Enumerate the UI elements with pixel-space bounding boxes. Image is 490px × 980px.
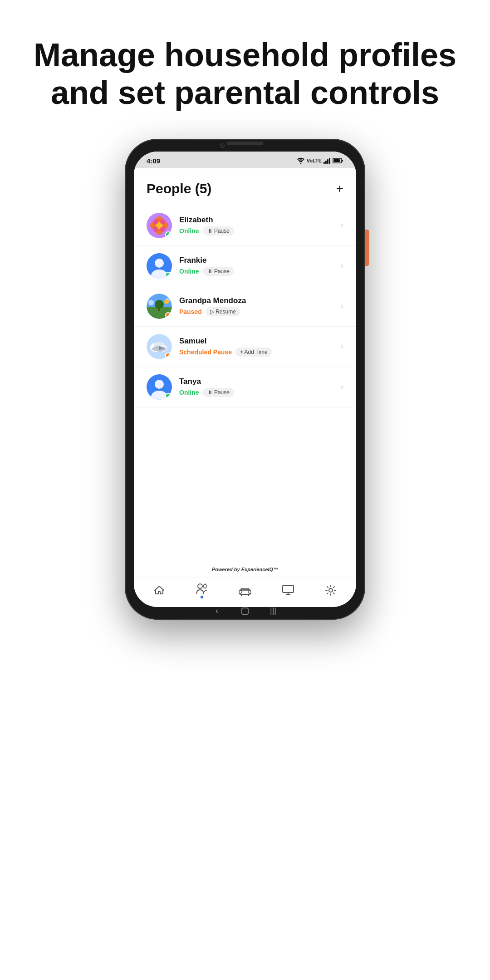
add-person-button[interactable]: +: [336, 181, 343, 196]
powered-by-prefix: Powered by: [212, 567, 241, 572]
status-dot: [165, 231, 171, 237]
home-gesture-button[interactable]: [240, 606, 250, 616]
home-icon: [153, 584, 165, 596]
person-info-tanya: Tanya Online ⏸ Pause: [179, 377, 337, 397]
svg-point-26: [155, 300, 164, 309]
screen-content: People (5) +: [134, 168, 356, 605]
status-dot: [165, 393, 171, 399]
svg-point-39: [203, 584, 207, 588]
list-item[interactable]: Frankie Online ⏸ Pause ›: [134, 246, 356, 286]
headline-line2: and set parental controls: [51, 74, 439, 111]
list-item[interactable]: Samuel Scheduled Pause + Add Time ›: [134, 327, 356, 367]
person-status-row: Online ⏸ Pause: [179, 226, 337, 235]
person-status-row: Scheduled Pause + Add Time: [179, 348, 337, 357]
avatar-samuel: [147, 334, 172, 359]
add-time-button[interactable]: + Add Time: [235, 348, 272, 357]
headline-line1: Manage household profiles: [34, 37, 456, 73]
svg-rect-7: [333, 159, 340, 162]
page-header: People (5) +: [134, 168, 356, 206]
list-item[interactable]: Elizabeth Online ⏸ Pause ›: [134, 206, 356, 246]
signal-icon: [323, 157, 331, 164]
svg-point-16: [153, 226, 158, 232]
person-info-frankie: Frankie Online ⏸ Pause: [179, 256, 337, 276]
svg-rect-6: [342, 160, 343, 162]
avatar-tanya: [147, 374, 172, 400]
svg-rect-3: [327, 159, 328, 164]
person-status-row: Online ⏸ Pause: [179, 388, 337, 397]
camera-notch: [227, 142, 263, 145]
person-info-elizabeth: Elizabeth Online ⏸ Pause: [179, 216, 337, 235]
svg-point-15: [160, 219, 166, 225]
powered-by-brand: ExperienceIQ™: [241, 567, 278, 572]
phone-device: 4:09 VoLTE: [125, 139, 365, 620]
chevron-right-icon: ›: [341, 220, 343, 230]
person-name: Elizabeth: [179, 216, 337, 225]
svg-point-23: [148, 300, 154, 305]
status-label: Scheduled Pause: [179, 348, 232, 356]
couch-icon: [239, 584, 251, 596]
person-name: Grandpa Mendoza: [179, 296, 337, 305]
settings-icon: [325, 584, 337, 596]
page-title: People (5): [147, 181, 211, 196]
chevron-right-icon: ›: [341, 261, 343, 270]
svg-point-51: [329, 588, 333, 592]
svg-rect-1: [323, 162, 325, 164]
status-dot: [165, 272, 171, 278]
pause-button[interactable]: ⏸ Pause: [203, 267, 234, 276]
status-time: 4:09: [147, 157, 160, 165]
svg-rect-47: [249, 591, 251, 593]
svg-point-19: [155, 259, 164, 268]
status-label: Paused: [179, 308, 202, 315]
battery-icon: [333, 157, 343, 164]
svg-point-14: [153, 219, 158, 225]
status-dot: [165, 312, 171, 318]
avatar-grandpa: [147, 294, 172, 319]
nav-active-dot: [201, 596, 203, 598]
svg-point-27: [164, 299, 169, 304]
powered-by: Powered by ExperienceIQ™: [134, 561, 356, 578]
svg-rect-2: [325, 161, 327, 164]
svg-rect-4: [329, 158, 330, 164]
svg-rect-46: [239, 591, 241, 593]
nav-settings[interactable]: [325, 584, 337, 596]
phone-screen: 4:09 VoLTE: [134, 152, 356, 607]
pause-button[interactable]: ⏸ Pause: [203, 226, 234, 235]
svg-point-17: [160, 226, 166, 232]
screen-icon: [282, 584, 294, 596]
nav-home[interactable]: [153, 584, 165, 596]
resume-button[interactable]: ▷ Resume: [206, 307, 240, 316]
status-label: Online: [179, 268, 199, 275]
svg-rect-48: [283, 585, 294, 593]
status-icons: VoLTE: [297, 157, 343, 164]
person-info-samuel: Samuel Scheduled Pause + Add Time: [179, 337, 337, 357]
chevron-right-icon: ›: [341, 301, 343, 311]
back-button[interactable]: ‹: [212, 606, 222, 616]
list-item[interactable]: Tanya Online ⏸ Pause ›: [134, 367, 356, 407]
chevron-right-icon: ›: [341, 342, 343, 351]
svg-point-38: [198, 584, 202, 588]
person-info-grandpa: Grandpa Mendoza Paused ▷ Resume: [179, 296, 337, 316]
person-name: Tanya: [179, 377, 337, 386]
recents-button[interactable]: |||: [268, 606, 278, 616]
svg-point-0: [300, 163, 301, 164]
camera-dot: [220, 143, 225, 148]
avatar-elizabeth: [147, 213, 172, 238]
person-status-row: Paused ▷ Resume: [179, 307, 337, 316]
nav-people[interactable]: [196, 583, 208, 598]
person-status-row: Online ⏸ Pause: [179, 267, 337, 276]
wifi-icon: [297, 157, 305, 164]
nav-screen[interactable]: [282, 584, 294, 596]
list-item[interactable]: Grandpa Mendoza Paused ▷ Resume ›: [134, 286, 356, 327]
svg-point-36: [155, 380, 164, 389]
status-label: Online: [179, 389, 199, 396]
chevron-right-icon: ›: [341, 382, 343, 392]
avatar-frankie: [147, 253, 172, 279]
page-headline: Manage household profiles and set parent…: [6, 36, 484, 112]
status-dot: [165, 353, 171, 358]
status-label: Online: [179, 227, 199, 235]
people-list: Elizabeth Online ⏸ Pause ›: [134, 206, 356, 561]
person-name: Frankie: [179, 256, 337, 265]
nav-couch[interactable]: [239, 584, 251, 596]
pause-button[interactable]: ⏸ Pause: [203, 388, 234, 397]
person-name: Samuel: [179, 337, 337, 346]
